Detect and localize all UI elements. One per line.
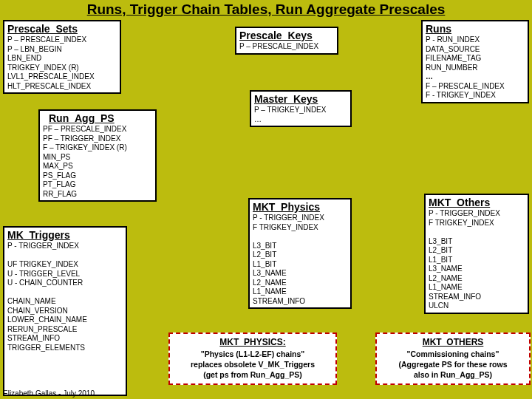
field-line: L3_BIT xyxy=(253,242,347,251)
main-title: Runs, Trigger Chain Tables, Run Aggregat… xyxy=(0,1,532,18)
field-line: PF – PRESCALE_INDEX xyxy=(43,125,152,134)
field-line: STREAM_INFO xyxy=(253,297,347,307)
note-others-title: MKT_OTHERS xyxy=(381,337,525,347)
field-line: RR_FLAG xyxy=(43,190,152,200)
master-keys-header: Master_Keys xyxy=(254,93,347,105)
note-line: (Aggregate PS for these rows xyxy=(381,359,525,369)
runs-box: Runs P - RUN_INDEX DATA_SOURCE FILENAME_… xyxy=(421,20,529,103)
mk-triggers-box: MK_Triggers P - TRIGGER_INDEX UF TRIGKEY… xyxy=(3,226,127,396)
field-line: P – LBN_BEGIN xyxy=(7,45,117,55)
field-line: PS_FLAG xyxy=(43,171,152,181)
field-line xyxy=(7,251,123,261)
field-line: L2_NAME xyxy=(429,274,525,284)
field-line: MAX_PS xyxy=(43,162,152,171)
field-line: TRIGKEY_INDEX (R) xyxy=(7,64,117,73)
field-line: F – PRESCALE_INDEX xyxy=(426,82,525,92)
master-keys-box: Master_Keys P – TRIGKEY_INDEX … xyxy=(250,90,352,127)
prescale-sets-box: Prescale_Sets P – PRESCALE_INDEX P – LBN… xyxy=(3,20,121,94)
note-physics-title: MKT_PHYSICS: xyxy=(174,337,331,347)
field-line: L1_NAME xyxy=(429,283,525,293)
field-line: U - CHAIN_COUNTER xyxy=(7,279,123,288)
mkt-physics-box: MKT_Physics P - TRIGGER_INDEX F TRIGKEY_… xyxy=(248,198,352,309)
prescale-keys-box: Prescale_Keys P – PRESCALE_INDEX xyxy=(235,27,338,55)
field-line: F TRIGKEY_INDEX xyxy=(253,223,347,233)
field-line: DATA_SOURCE xyxy=(426,45,525,55)
runs-header: Runs xyxy=(426,23,525,35)
field-line: P - RUN_INDEX xyxy=(426,35,525,45)
field-line: L1_BIT xyxy=(429,256,525,265)
note-mkt-physics: MKT_PHYSICS: "Physics (L1-L2-EF) chains"… xyxy=(168,332,337,385)
field-line: P – PRESCALE_INDEX xyxy=(7,35,117,45)
note-line: replaces obsolete V_MK_Triggers xyxy=(174,359,331,369)
note-mkt-others: MKT_OTHERS "Commissioning chains" (Aggre… xyxy=(375,332,531,385)
field-line xyxy=(7,288,123,298)
ellipsis: … xyxy=(426,72,525,82)
prescale-keys-header: Prescale_Keys xyxy=(239,30,334,41)
mkt-physics-header: MKT_Physics xyxy=(253,201,347,213)
field-line xyxy=(429,228,525,237)
field-line: L2_BIT xyxy=(429,246,525,256)
field-line: MIN_PS xyxy=(43,153,152,163)
field-line: P - TRIGGER_INDEX xyxy=(253,214,347,223)
field-line: L3_NAME xyxy=(253,269,347,279)
run-agg-ps-box: Run_Agg_PS PF – PRESCALE_INDEX PF – TRIG… xyxy=(38,109,157,202)
field-line: F - TRIGKEY_INDEX xyxy=(426,91,525,100)
field-line xyxy=(253,232,347,242)
field-line: FILENAME_TAG xyxy=(426,54,525,64)
field-line: L3_BIT xyxy=(429,237,525,247)
field-line: STREAM_INFO xyxy=(429,293,525,302)
prescale-sets-header: Prescale_Sets xyxy=(7,23,117,35)
field-line: CHAIN_VERSION xyxy=(7,307,123,316)
field-line: L2_NAME xyxy=(253,279,347,288)
field-line: L1_BIT xyxy=(253,260,347,270)
field-line: L3_NAME xyxy=(429,265,525,274)
field-line: CHAIN_NAME xyxy=(7,297,123,307)
field-line: RERUN_PRESCALE xyxy=(7,325,123,335)
field-line: U - TRIGGER_LEVEL xyxy=(7,270,123,279)
field-line: L1_NAME xyxy=(253,287,347,297)
field-line: P - TRIGGER_INDEX xyxy=(429,209,525,219)
field-line: LBN_END xyxy=(7,54,117,64)
note-line: "Physics (L1-L2-EF) chains" xyxy=(174,349,331,359)
mkt-others-box: MKT_Others P - TRIGGER_INDEX F TRIGKEY_I… xyxy=(424,194,529,314)
field-line: L2_BIT xyxy=(253,250,347,260)
field-line: TRIGGER_ELEMENTS xyxy=(7,344,123,353)
field-line: PF – TRIGGER_INDEX xyxy=(43,134,152,144)
field-line: RUN_NUMBER xyxy=(426,64,525,73)
field-line: … xyxy=(254,115,347,125)
field-line: ULCN xyxy=(429,301,525,311)
field-line: P – PRESCALE_INDEX xyxy=(239,42,334,52)
note-line: "Commissioning chains" xyxy=(381,349,525,359)
field-line: F TRIGKEY_INDEX xyxy=(429,219,525,228)
field-line: LVL1_PRESCALE_INDEX xyxy=(7,72,117,82)
field-line: P - TRIGGER_INDEX xyxy=(7,242,123,251)
run-agg-ps-header: Run_Agg_PS xyxy=(49,112,152,124)
field-line: P – TRIGKEY_INDEX xyxy=(254,106,347,115)
field-line: LOWER_CHAIN_NAME xyxy=(7,316,123,325)
field-line: STREAM_INFO xyxy=(7,334,123,344)
field-line: UF TRIGKEY_INDEX xyxy=(7,260,123,270)
field-line: PT_FLAG xyxy=(43,180,152,190)
field-line: HLT_PRESCALE_INDEX xyxy=(7,82,117,92)
field-line: F – TRIGKEY_INDEX (R) xyxy=(43,143,152,153)
mkt-others-header: MKT_Others xyxy=(429,197,525,208)
note-line: also in Run_Agg_PS) xyxy=(381,369,525,380)
mk-triggers-header: MK_Triggers xyxy=(7,229,123,241)
note-line: (get ps from Run_Agg_PS) xyxy=(174,369,331,380)
footer-credit: Elizabeth Gallas - July 2010 xyxy=(3,389,95,398)
